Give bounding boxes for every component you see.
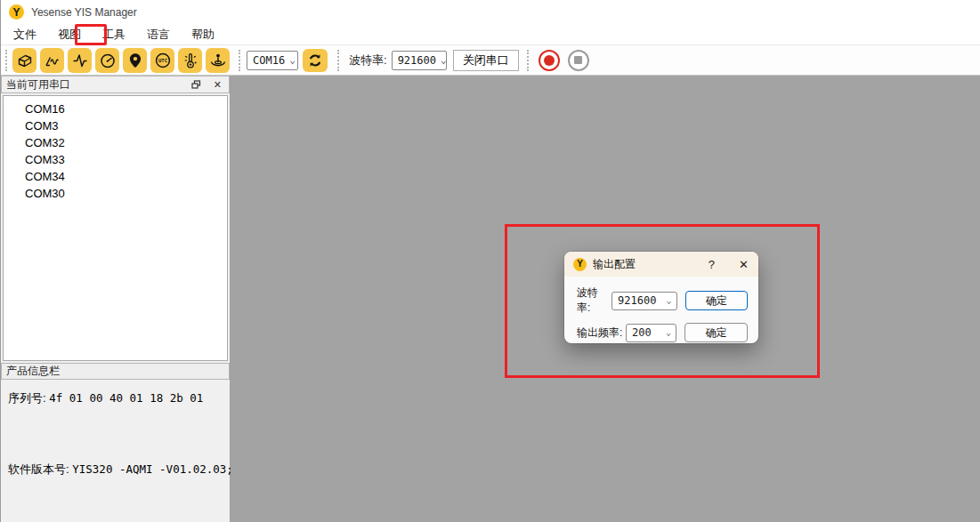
menu-view[interactable]: 视图: [47, 25, 92, 44]
tool-waveform-button[interactable]: [68, 48, 92, 73]
app-logo-icon: Y: [9, 4, 24, 20]
stop-icon: [574, 56, 582, 64]
record-button[interactable]: [539, 50, 560, 71]
dialog-title-bar[interactable]: Y 输出配置 ? ✕: [564, 252, 758, 277]
tool-3d-model-button[interactable]: [12, 48, 36, 73]
port-list-item[interactable]: COM3: [4, 117, 227, 134]
menu-tools[interactable]: 工具: [92, 25, 136, 44]
app-window: Y Yesense YIS Manager 文件 视图 工具 语言 帮助: [0, 0, 980, 522]
firmware-version-label: 软件版本号:: [8, 462, 69, 476]
tool-utc-clock-button[interactable]: UTC: [150, 48, 174, 73]
toolbar-grip[interactable]: [337, 50, 340, 71]
tool-temperature-button[interactable]: [178, 48, 202, 73]
baud-rate-row: 波特率: 921600 ⌄ 确定: [577, 285, 748, 316]
toolbar-grip[interactable]: [5, 50, 8, 71]
menu-help[interactable]: 帮助: [181, 25, 225, 44]
title-bar: Y Yesense YIS Manager: [1, 0, 980, 24]
baud-rate-label: 波特率:: [349, 52, 387, 68]
dialog-output-rate-ok-button[interactable]: 确定: [684, 323, 748, 342]
dialog-baud-select[interactable]: 921600 ⌄: [611, 292, 677, 310]
tool-angle-wave-button[interactable]: [40, 48, 64, 73]
dialog-close-button[interactable]: ✕: [739, 258, 749, 271]
refresh-ports-button[interactable]: [303, 49, 328, 72]
ports-panel-title: 当前可用串口: [6, 77, 70, 92]
output-rate-row: 输出频率: 200 ⌄ 确定: [577, 323, 748, 342]
firmware-version-line: 软件版本号: YIS320 -AQMI -V01.02.03;: [8, 462, 223, 478]
port-list-item[interactable]: COM30: [4, 185, 227, 202]
record-icon: [544, 55, 555, 66]
float-panel-icon[interactable]: [191, 80, 201, 90]
cube-icon: [16, 52, 34, 69]
serial-number-label: 序列号:: [8, 391, 46, 405]
utc-clock-icon: UTC: [154, 52, 172, 69]
temperature-icon: [182, 52, 199, 69]
dialog-baud-ok-button[interactable]: 确定: [685, 291, 748, 310]
window-title: Yesense YIS Manager: [31, 6, 137, 19]
svg-text:UTC: UTC: [158, 58, 166, 63]
com-port-select[interactable]: COM16 ⌄: [247, 51, 298, 70]
tool-location-button[interactable]: [123, 48, 147, 73]
dialog-baud-label: 波特率:: [577, 285, 611, 316]
app-body: 当前可用串口 ✕ COM16 COM3 COM32 COM33 COM34 CO…: [1, 76, 980, 522]
menu-bar: 文件 视图 工具 语言 帮助: [1, 24, 980, 44]
dialog-app-icon: Y: [573, 258, 587, 271]
baud-rate-value: 921600: [398, 54, 436, 67]
port-list-item[interactable]: COM16: [4, 100, 227, 117]
close-panel-icon[interactable]: ✕: [214, 79, 222, 91]
baud-rate-select[interactable]: 921600 ⌄: [392, 51, 447, 70]
dialog-baud-value: 921600: [618, 294, 656, 307]
dialog-output-rate-select[interactable]: 200 ⌄: [626, 324, 676, 342]
location-icon: [126, 52, 144, 69]
serial-ports-dock: 当前可用串口 ✕ COM16 COM3 COM32 COM33 COM34 CO…: [1, 76, 231, 522]
port-list-item[interactable]: COM32: [4, 134, 227, 151]
gauge-icon: [99, 52, 117, 69]
toolbar-grip[interactable]: [527, 50, 530, 71]
toolbar: UTC COM16 ⌄: [1, 44, 980, 76]
port-list-item[interactable]: COM33: [4, 151, 227, 168]
dialog-output-rate-label: 输出频率:: [577, 325, 622, 341]
menu-file[interactable]: 文件: [3, 25, 47, 44]
main-workspace: Y 输出配置 ? ✕ 波特率: 921600 ⌄ 确定 输出频率:: [231, 76, 980, 522]
toolbar-grip[interactable]: [239, 50, 241, 71]
info-panel-header: 产品信息栏: [1, 363, 230, 380]
waveform-icon: [71, 52, 89, 69]
angle-wave-icon: [44, 52, 61, 69]
info-panel-title: 产品信息栏: [6, 364, 60, 379]
com-port-value: COM16: [253, 54, 285, 67]
menu-language[interactable]: 语言: [136, 25, 181, 44]
port-list-item[interactable]: COM34: [4, 168, 227, 185]
refresh-icon: [306, 52, 324, 69]
stop-button[interactable]: [568, 50, 589, 71]
dialog-help-button[interactable]: ?: [703, 258, 720, 271]
firmware-version-value: YIS320 -AQMI -V01.02.03;: [72, 462, 233, 476]
serial-number-value: 4f 01 00 40 01 18 2b 01: [49, 391, 203, 405]
dialog-output-rate-value: 200: [632, 326, 652, 339]
ports-panel-header: 当前可用串口 ✕: [1, 76, 230, 93]
serial-number-line: 序列号: 4f 01 00 40 01 18 2b 01: [8, 390, 223, 406]
output-config-dialog: Y 输出配置 ? ✕ 波特率: 921600 ⌄ 确定 输出频率:: [564, 252, 758, 343]
port-list[interactable]: COM16 COM3 COM32 COM33 COM34 COM30: [3, 95, 228, 361]
tool-gauge-button[interactable]: [95, 48, 119, 73]
info-panel-body: 序列号: 4f 01 00 40 01 18 2b 01 软件版本号: YIS3…: [1, 380, 230, 522]
close-serial-button[interactable]: 关闭串口: [453, 50, 519, 71]
dialog-title: 输出配置: [593, 257, 636, 272]
attitude-icon: [209, 52, 227, 69]
tool-attitude-button[interactable]: [206, 48, 230, 73]
